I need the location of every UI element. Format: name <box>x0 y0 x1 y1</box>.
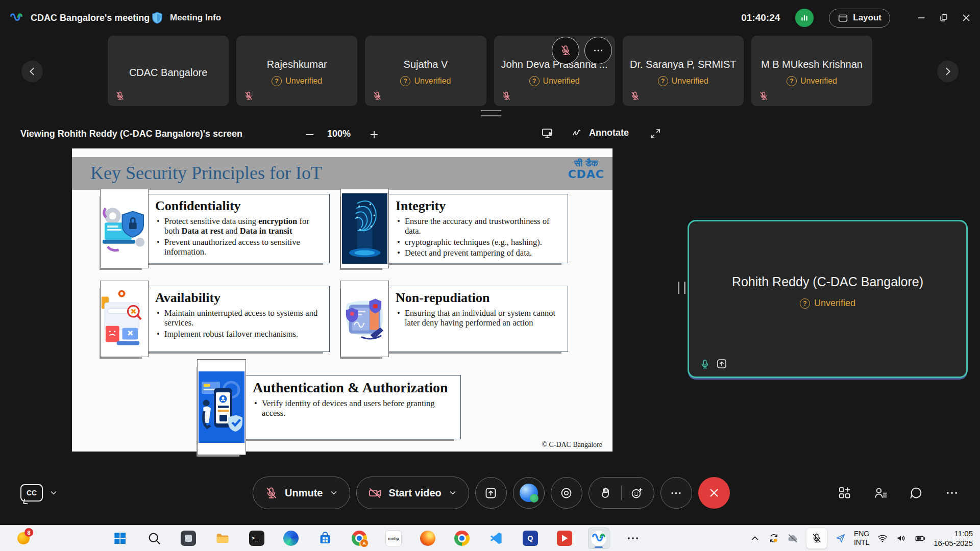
section-title: Availability <box>155 290 324 306</box>
firefox-browser[interactable] <box>417 528 438 549</box>
participant-unverified-badge: ? Unverified <box>272 76 322 86</box>
participant-tile[interactable]: M B MUkesh Krishnan ? Unverified <box>751 36 872 106</box>
wifi-icon[interactable] <box>877 533 888 544</box>
reactions-button[interactable] <box>589 477 654 509</box>
q-app[interactable]: Q <box>520 528 541 549</box>
edge-browser[interactable] <box>280 528 302 549</box>
unverified-icon: ? <box>658 76 668 86</box>
section-title: Confidentiality <box>155 198 324 214</box>
taskbar-search[interactable] <box>143 528 165 549</box>
close-button[interactable] <box>960 11 973 24</box>
volume-icon[interactable] <box>896 533 907 544</box>
shield-icon <box>151 11 164 24</box>
microsoft-store[interactable] <box>314 528 336 549</box>
zoom-level[interactable]: 100% <box>327 129 351 139</box>
record-button[interactable] <box>551 477 582 509</box>
leave-meeting-button[interactable] <box>698 477 730 509</box>
tile-more-button[interactable] <box>584 37 612 64</box>
strip-next-button[interactable] <box>937 61 959 82</box>
task-view-button[interactable] <box>178 528 199 549</box>
file-explorer[interactable] <box>212 528 233 549</box>
participant-unverified-badge: ? Unverified <box>658 76 708 86</box>
slide-section: Integrity Ensure the accuracy and trustw… <box>340 194 568 263</box>
battery-icon[interactable] <box>915 533 926 544</box>
connection-quality-indicator[interactable] <box>795 9 814 27</box>
muted-mic-icon <box>264 486 278 500</box>
fullscreen-expand-button[interactable] <box>649 128 662 140</box>
webex-apps-button[interactable] <box>513 477 545 509</box>
participant-unverified-badge: ? Unverified <box>400 76 451 86</box>
ellipsis-icon <box>592 44 604 57</box>
emoji-reactions-icon[interactable] <box>630 486 644 500</box>
meeting-info-label: Meeting Info <box>170 13 221 23</box>
audio-options-chevron[interactable] <box>329 488 338 497</box>
chrome-browser[interactable] <box>451 528 473 549</box>
slide-title: Key Security Principles for IoT <box>90 162 322 184</box>
muted-mic-icon <box>630 91 640 101</box>
sync-update-icon[interactable] <box>768 533 779 544</box>
participant-name: M B MUkesh Krishnan <box>761 59 863 70</box>
muted-mic-icon <box>559 44 572 57</box>
webex-taskbar-active[interactable] <box>588 528 609 549</box>
participant-tile[interactable]: Rajeshkumar ? Unverified <box>236 36 357 106</box>
mic-muted-icon <box>811 533 822 544</box>
unmute-button[interactable]: Unmute <box>253 477 350 509</box>
widgets-button[interactable]: 8 <box>13 528 34 548</box>
more-options-button[interactable] <box>660 477 692 509</box>
zoom-in-button[interactable] <box>369 129 380 140</box>
lock-shield-illustration <box>100 189 149 268</box>
participant-unverified-badge: ? Unverified <box>787 76 837 86</box>
tile-mute-button[interactable] <box>552 37 579 64</box>
section-bullets: Maintain uninterrupted access to systems… <box>155 308 324 339</box>
participant-tile[interactable]: CDAC Bangalore <box>108 36 229 106</box>
ellipsis-icon <box>669 486 683 500</box>
camera-off-icon <box>368 486 382 500</box>
tray-mic-muted-button[interactable] <box>806 528 827 549</box>
chat-panel-button[interactable] <box>909 485 924 500</box>
unverified-icon: ? <box>400 76 410 86</box>
raise-hand-icon[interactable] <box>599 486 613 500</box>
cc-options-chevron[interactable] <box>49 488 58 497</box>
terminal-app[interactable] <box>246 528 267 549</box>
notification-badge: 8 <box>24 528 33 537</box>
share-screen-button[interactable] <box>475 477 507 509</box>
participants-panel-button[interactable] <box>873 485 888 500</box>
layout-button[interactable]: Layout <box>829 9 890 28</box>
section-title: Authentication & Authorization <box>253 380 455 396</box>
closed-captions-button[interactable]: CC <box>20 484 43 502</box>
sharing-indicator-icon <box>716 358 728 370</box>
vs-code[interactable] <box>485 528 507 549</box>
strip-previous-button[interactable] <box>21 61 43 82</box>
start-video-button[interactable]: Start video <box>356 477 469 509</box>
red-arrow-app[interactable] <box>554 528 575 549</box>
muted-mic-icon <box>501 91 511 101</box>
telegram-icon[interactable] <box>835 533 846 544</box>
participant-tile[interactable]: Sujatha V ? Unverified <box>365 36 486 106</box>
layout-grid-icon <box>838 13 848 23</box>
mvhp-app[interactable]: mvhp <box>383 528 404 549</box>
video-options-chevron[interactable] <box>448 488 457 497</box>
onedrive-paused-icon[interactable] <box>787 533 798 544</box>
filmstrip-resize-handle[interactable] <box>481 110 501 116</box>
chrome-profile-a[interactable]: A <box>349 528 370 549</box>
unverified-icon: ? <box>787 76 797 86</box>
minimize-button[interactable] <box>915 11 928 24</box>
participant-tile[interactable]: Dr. Saranya P, SRMIST ? Unverified <box>623 36 744 106</box>
tile-drag-handle[interactable] <box>678 282 685 294</box>
restore-button[interactable] <box>937 11 950 24</box>
apps-panel-button[interactable] <box>837 485 852 500</box>
webex-logo-icon <box>9 11 23 25</box>
participant-tile[interactable]: John Deva Prasanna ... ? Unverified <box>494 36 615 106</box>
language-indicator[interactable]: ENG INTL <box>854 530 869 547</box>
cdac-logo: सी डैक CDAC <box>568 159 604 180</box>
remote-control-button[interactable] <box>541 127 555 140</box>
panel-more-options-button[interactable] <box>944 485 960 500</box>
meeting-info-button[interactable]: Meeting Info <box>151 0 221 36</box>
tray-overflow-chevron[interactable] <box>749 533 761 544</box>
taskbar-clock[interactable]: 11:05 16-05-2025 <box>934 529 977 548</box>
annotate-button[interactable]: Annotate <box>572 127 629 139</box>
windows-start-button[interactable] <box>109 528 131 549</box>
zoom-out-button[interactable] <box>304 129 315 140</box>
active-speaker-tile[interactable]: Rohith Reddy (C-DAC Bangalore) ? Unverif… <box>688 220 968 378</box>
taskbar-overflow[interactable] <box>622 528 644 549</box>
